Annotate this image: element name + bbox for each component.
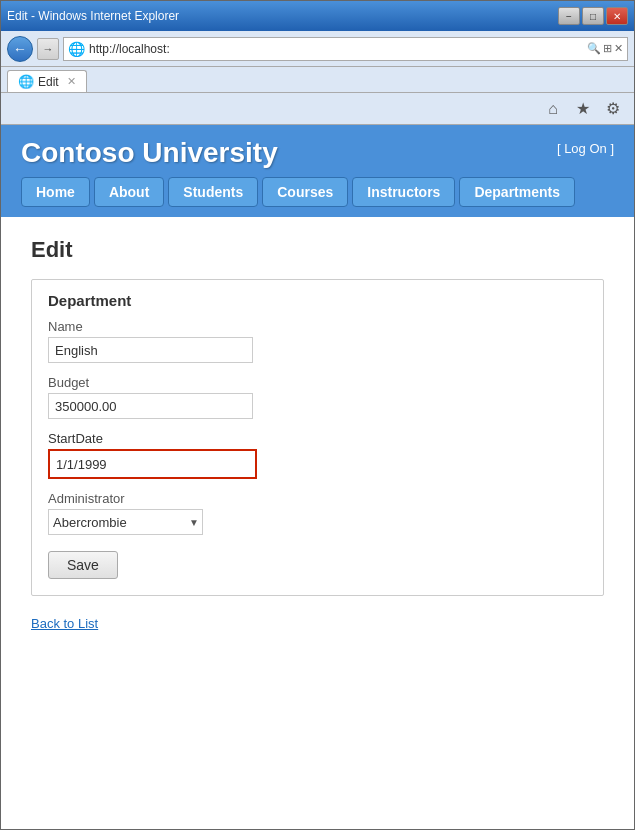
address-icons: 🔍 ⊞ ✕ <box>587 42 623 55</box>
logon-link[interactable]: [ Log On ] <box>557 141 614 156</box>
window-controls: − □ ✕ <box>558 7 628 25</box>
page-heading: Edit <box>31 237 604 263</box>
tab-close-icon[interactable]: ✕ <box>67 75 76 88</box>
tab-title: Edit <box>38 75 59 89</box>
back-to-list-link[interactable]: Back to List <box>31 616 98 631</box>
budget-input[interactable] <box>48 393 253 419</box>
form-section: Department Name Budget StartDate <box>31 279 604 596</box>
administrator-select-wrap[interactable]: Abercrombie Kim Fakhouri Harui Zheng <box>48 509 203 535</box>
browser-window: Edit - Windows Internet Explorer − □ ✕ ←… <box>0 0 635 830</box>
settings-icon[interactable]: ⚙ <box>602 98 624 120</box>
name-label: Name <box>48 319 587 334</box>
name-input[interactable] <box>48 337 253 363</box>
name-form-group: Name <box>48 319 587 363</box>
minimize-button[interactable]: − <box>558 7 580 25</box>
startdate-label: StartDate <box>48 431 587 446</box>
nav-home[interactable]: Home <box>21 177 90 207</box>
maximize-button[interactable]: □ <box>582 7 604 25</box>
nav-courses[interactable]: Courses <box>262 177 348 207</box>
address-text: http://localhost: <box>89 42 583 56</box>
home-icon[interactable]: ⌂ <box>542 98 564 120</box>
address-bar: ← → 🌐 http://localhost: 🔍 ⊞ ✕ <box>1 31 634 67</box>
stop-icon[interactable]: ✕ <box>614 42 623 55</box>
nav-bar: Home About Students Courses Instructors … <box>1 177 634 217</box>
back-button[interactable]: ← <box>7 36 33 62</box>
form-section-title: Department <box>48 292 587 309</box>
nav-about[interactable]: About <box>94 177 164 207</box>
budget-form-group: Budget <box>48 375 587 419</box>
title-bar: Edit - Windows Internet Explorer − □ ✕ <box>1 1 634 31</box>
favorites-icon[interactable]: ★ <box>572 98 594 120</box>
website: Contoso University [ Log On ] Home About… <box>1 125 634 829</box>
active-tab[interactable]: 🌐 Edit ✕ <box>7 70 87 92</box>
administrator-label: Administrator <box>48 491 587 506</box>
nav-students[interactable]: Students <box>168 177 258 207</box>
close-button[interactable]: ✕ <box>606 7 628 25</box>
tab-favicon: 🌐 <box>18 74 34 89</box>
browser-toolbar: ⌂ ★ ⚙ <box>1 93 634 125</box>
administrator-form-group: Administrator Abercrombie Kim Fakhouri H… <box>48 491 587 535</box>
refresh-icon[interactable]: ⊞ <box>603 42 612 55</box>
site-title: Contoso University <box>21 137 278 169</box>
save-button[interactable]: Save <box>48 551 118 579</box>
nav-departments[interactable]: Departments <box>459 177 575 207</box>
administrator-select[interactable]: Abercrombie Kim Fakhouri Harui Zheng <box>48 509 203 535</box>
nav-instructors[interactable]: Instructors <box>352 177 455 207</box>
startdate-form-group: StartDate <box>48 431 587 479</box>
main-content: Edit Department Name Budget StartDate <box>1 217 634 829</box>
search-icon[interactable]: 🔍 <box>587 42 601 55</box>
site-header: Contoso University [ Log On ] <box>1 125 634 177</box>
startdate-input[interactable] <box>50 451 255 477</box>
window-title: Edit - Windows Internet Explorer <box>7 9 179 23</box>
address-input-wrap[interactable]: 🌐 http://localhost: 🔍 ⊞ ✕ <box>63 37 628 61</box>
tab-bar: 🌐 Edit ✕ <box>1 67 634 93</box>
budget-label: Budget <box>48 375 587 390</box>
startdate-error-wrap <box>48 449 257 479</box>
forward-button[interactable]: → <box>37 38 59 60</box>
ie-icon: 🌐 <box>68 41 85 57</box>
